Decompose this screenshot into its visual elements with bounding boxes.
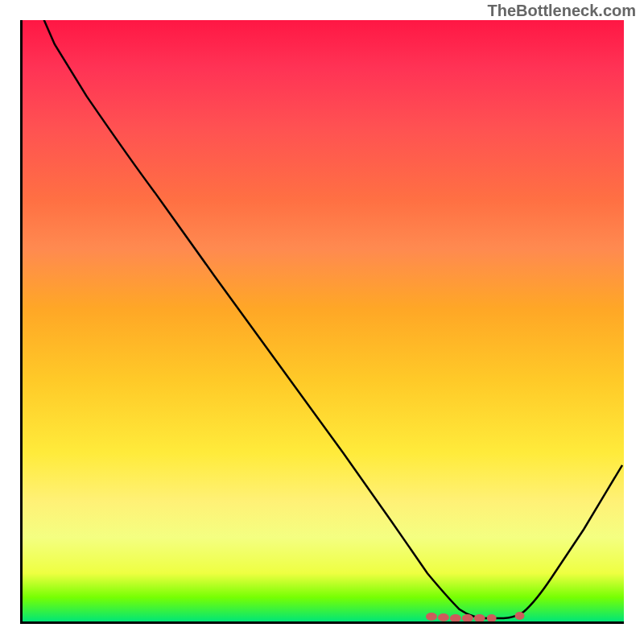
watermark-text: TheBottleneck.com — [488, 2, 636, 20]
svg-point-2 — [450, 614, 461, 621]
curve-svg — [23, 20, 624, 621]
svg-point-5 — [487, 614, 497, 621]
svg-point-6 — [515, 612, 525, 620]
chart-plot-area — [20, 20, 624, 624]
svg-point-1 — [438, 613, 449, 621]
svg-point-0 — [426, 613, 437, 621]
svg-point-4 — [474, 614, 485, 621]
bottleneck-curve-line — [27, 20, 622, 618]
